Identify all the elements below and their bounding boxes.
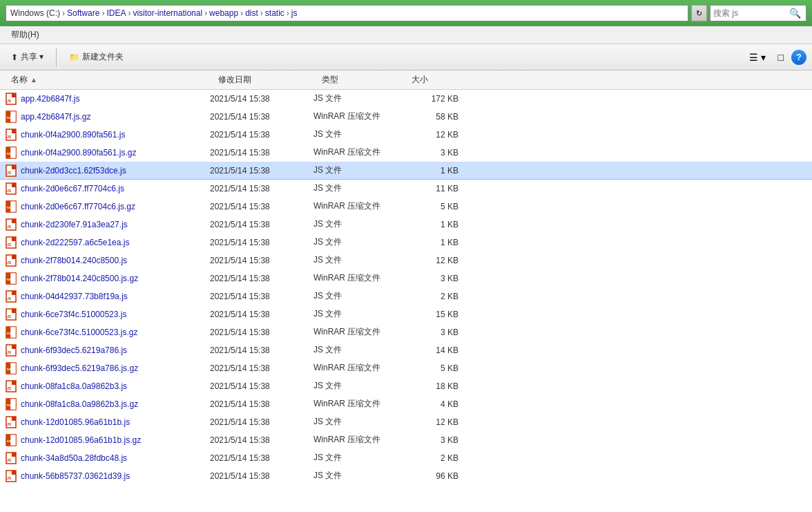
svg-text:JS: JS [7, 99, 12, 103]
file-icon: RAR [6, 362, 18, 374]
toolbar-right: ☰ ▾ □ ? [744, 49, 806, 66]
svg-text:JS: JS [7, 314, 12, 319]
js-file-icon: JS [6, 344, 18, 357]
svg-text:JS: JS [7, 243, 12, 247]
js-file-icon: JS [6, 236, 18, 249]
file-name: chunk-6f93dec5.6219a786.js [21, 345, 210, 355]
file-size: 12 KB [403, 256, 472, 265]
table-row[interactable]: JS chunk-2d230fe7.91a3ea27.js 2021/5/14 … [0, 216, 812, 234]
file-name: chunk-2d230fe7.91a3ea27.js [21, 220, 210, 229]
table-row[interactable]: JS chunk-6f93dec5.6219a786.js 2021/5/14 … [0, 341, 812, 359]
file-size: 5 KB [403, 202, 472, 211]
share-icon: ⬆ [11, 53, 18, 62]
rar-file-icon: RAR [6, 146, 18, 159]
file-type: JS 文件 [313, 218, 403, 230]
file-size: 11 KB [403, 184, 472, 193]
file-name: chunk-2d0d3cc1.62f53dce.js [21, 166, 210, 176]
file-name: chunk-12d01085.96a61b1b.js.gz [21, 435, 210, 445]
file-icon: JS [6, 93, 18, 105]
svg-text:RAR: RAR [7, 404, 13, 407]
share-button[interactable]: ⬆ 共享 ▾ [6, 48, 49, 66]
table-row[interactable]: JS chunk-2f78b014.240c8500.js 2021/5/14 … [0, 252, 812, 269]
view-preview-button[interactable]: □ [773, 49, 789, 66]
table-row[interactable]: JS app.42b6847f.js 2021/5/14 15:38 JS 文件… [0, 90, 812, 108]
svg-text:RAR: RAR [7, 278, 13, 281]
table-row[interactable]: RAR chunk-2f78b014.240c8500.js.gz 2021/5… [0, 269, 812, 287]
rar-file-icon: RAR [6, 326, 18, 339]
table-row[interactable]: RAR chunk-08fa1c8a.0a9862b3.js.gz 2021/5… [0, 395, 812, 413]
help-button[interactable]: ? [791, 50, 806, 65]
rar-file-icon: RAR [6, 111, 18, 123]
search-icon[interactable]: 🔍 [789, 8, 801, 19]
svg-text:JS: JS [7, 296, 12, 301]
file-size: 1 KB [403, 220, 472, 229]
file-date: 2021/5/14 15:38 [210, 417, 313, 427]
table-row[interactable]: RAR app.42b6847f.js.gz 2021/5/14 15:38 W… [0, 108, 812, 126]
table-row[interactable]: JS chunk-08fa1c8a.0a9862b3.js 2021/5/14 … [0, 377, 812, 395]
file-icon: RAR [6, 434, 18, 446]
col-type-header[interactable]: 类型 [316, 74, 406, 86]
table-row[interactable]: JS chunk-34a8d50a.28fdbc48.js 2021/5/14 … [0, 449, 812, 467]
file-icon: RAR [6, 146, 18, 159]
table-row[interactable]: JS chunk-12d01085.96a61b1b.js 2021/5/14 … [0, 413, 812, 431]
rar-file-icon: RAR [6, 200, 18, 213]
file-name: chunk-2d0e6c67.ff7704c6.js [21, 184, 210, 193]
refresh-button[interactable]: ↻ [691, 5, 707, 21]
table-row[interactable]: JS chunk-6ce73f4c.51000523.js 2021/5/14 … [0, 305, 812, 323]
table-row[interactable]: RAR chunk-6ce73f4c.51000523.js.gz 2021/5… [0, 323, 812, 341]
file-icon: JS [6, 129, 18, 141]
js-file-icon: JS [6, 380, 18, 392]
file-size: 12 KB [403, 130, 472, 140]
search-box[interactable]: 🔍 [710, 5, 806, 21]
file-date: 2021/5/14 15:38 [210, 435, 313, 445]
search-input[interactable] [713, 8, 789, 18]
path-segment: Software [67, 8, 99, 18]
col-name-header[interactable]: 名称 ▲ [6, 74, 213, 86]
file-date: 2021/5/14 15:38 [210, 130, 313, 140]
table-row[interactable]: JS chunk-56b85737.03621d39.js 2021/5/14 … [0, 467, 812, 485]
file-name: chunk-56b85737.03621d39.js [21, 471, 210, 481]
table-row[interactable]: JS chunk-04d42937.73b8f19a.js 2021/5/14 … [0, 287, 812, 305]
file-name: chunk-2f78b014.240c8500.js.gz [21, 274, 210, 283]
svg-text:JS: JS [7, 476, 12, 480]
path-sep: › [62, 8, 65, 18]
path-segment: Windows (C:) [10, 8, 60, 18]
file-icon: JS [6, 470, 18, 482]
file-size: 12 KB [403, 417, 472, 427]
table-row[interactable]: JS chunk-2d222597.a6c5e1ea.js 2021/5/14 … [0, 234, 812, 252]
file-name: chunk-2d0e6c67.ff7704c6.js.gz [21, 202, 210, 211]
file-icon: RAR [6, 111, 18, 123]
svg-text:RAR: RAR [7, 206, 13, 209]
js-file-icon: JS [6, 129, 18, 141]
new-folder-button[interactable]: 📁 新建文件夹 [64, 48, 129, 66]
table-row[interactable]: RAR chunk-6f93dec5.6219a786.js.gz 2021/5… [0, 359, 812, 377]
col-size-header[interactable]: 大小 [406, 74, 475, 86]
path-segment: webapp [209, 8, 238, 18]
table-row[interactable]: JS chunk-0f4a2900.890fa561.js 2021/5/14 … [0, 126, 812, 144]
file-size: 58 KB [403, 112, 472, 122]
svg-text:JS: JS [7, 225, 12, 229]
js-file-icon: JS [6, 308, 18, 321]
svg-marker-31 [12, 255, 16, 259]
path-segment: IDEA [106, 8, 126, 18]
address-path[interactable]: Windows (C:) › Software › IDEA › visitor… [6, 5, 688, 21]
view-list-button[interactable]: ☰ ▾ [744, 49, 771, 66]
svg-marker-48 [12, 345, 16, 349]
rar-file-icon: RAR [6, 398, 18, 410]
table-row[interactable]: RAR chunk-12d01085.96a61b1b.js.gz 2021/5… [0, 431, 812, 449]
file-date: 2021/5/14 15:38 [210, 471, 313, 481]
file-type: JS 文件 [313, 470, 403, 482]
table-row[interactable]: RAR chunk-0f4a2900.890fa561.js.gz 2021/5… [0, 144, 812, 162]
table-row[interactable]: JS chunk-2d0d3cc1.62f53dce.js 2021/5/14 … [0, 162, 812, 180]
file-icon: JS [6, 218, 18, 231]
menu-help[interactable]: 帮助(H) [6, 27, 45, 43]
svg-marker-62 [12, 417, 16, 421]
new-folder-label: 新建文件夹 [82, 51, 124, 63]
folder-icon: 📁 [69, 53, 79, 62]
col-date-header[interactable]: 修改日期 [213, 74, 316, 86]
js-file-icon: JS [6, 164, 18, 177]
file-name: app.42b6847f.js.gz [21, 112, 210, 122]
svg-text:RAR: RAR [7, 116, 13, 120]
table-row[interactable]: JS chunk-2d0e6c67.ff7704c6.js 2021/5/14 … [0, 180, 812, 198]
table-row[interactable]: RAR chunk-2d0e6c67.ff7704c6.js.gz 2021/5… [0, 198, 812, 216]
